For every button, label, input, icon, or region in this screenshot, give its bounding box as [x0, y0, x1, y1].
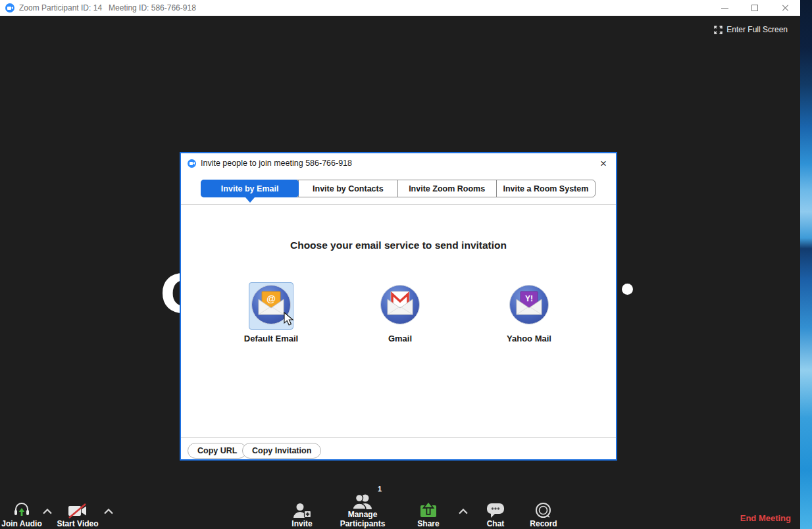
minimize-icon: [721, 8, 728, 9]
expand-icon: [714, 26, 723, 34]
enter-full-screen-button[interactable]: Enter Full Screen: [714, 25, 788, 34]
service-gmail[interactable]: Gmail: [361, 282, 440, 343]
end-meeting-button[interactable]: End Meeting: [740, 513, 791, 523]
manage-participants-button[interactable]: 1 Manage Participants: [325, 490, 400, 528]
service-label: Default Email: [232, 334, 311, 343]
tab-invite-by-contacts[interactable]: Invite by Contacts: [298, 180, 397, 197]
invite-tabbar: Invite by Email Invite by Contacts Invit…: [201, 180, 596, 197]
invite-dialog-title: Invite people to join meeting 586-766-91…: [201, 159, 352, 168]
join-audio-button[interactable]: Join Audio: [0, 499, 43, 528]
tab-invite-a-room-system[interactable]: Invite a Room System: [496, 180, 595, 197]
copy-invitation-button[interactable]: Copy Invitation: [242, 443, 321, 459]
meeting-stage: Enter Full Screen C Invite people to joi…: [0, 16, 800, 529]
service-default-email[interactable]: @ Default Email: [232, 282, 311, 343]
minimize-button[interactable]: [709, 0, 740, 16]
window-controls: [709, 0, 800, 16]
meeting-toolbar: Join Audio Start Video Invite: [0, 496, 800, 529]
white-dot: [622, 284, 633, 295]
manage-participants-label: Manage Participants: [325, 510, 400, 528]
chat-label: Chat: [478, 519, 513, 528]
invite-label: Invite: [283, 519, 321, 528]
share-label: Share: [413, 519, 444, 528]
tab-invite-by-email[interactable]: Invite by Email: [201, 180, 299, 197]
copy-url-button[interactable]: Copy URL: [188, 443, 247, 459]
svg-text:@: @: [266, 293, 276, 304]
gmail-icon: [380, 284, 420, 325]
invite-dialog-titlebar: Invite people to join meeting 586-766-91…: [181, 153, 616, 173]
record-label: Record: [524, 519, 563, 528]
invite-person-icon: [293, 503, 311, 519]
share-options-chevron[interactable]: [458, 505, 469, 517]
divider: [181, 437, 616, 438]
audio-options-chevron[interactable]: [42, 505, 53, 517]
window-titlebar: Zoom Participant ID: 14 Meeting ID: 586-…: [0, 0, 800, 16]
share-button[interactable]: Share: [413, 499, 444, 528]
start-video-button[interactable]: Start Video: [57, 499, 99, 528]
maximize-icon: [751, 5, 758, 11]
video-camera-off-icon: [68, 503, 88, 519]
close-icon: [781, 4, 789, 12]
start-video-label: Start Video: [57, 519, 99, 528]
chat-button[interactable]: Chat: [478, 499, 513, 528]
service-label: Gmail: [361, 334, 440, 343]
zoom-logo-icon: [188, 159, 196, 168]
record-icon: [535, 502, 552, 519]
tab-invite-zoom-rooms[interactable]: Invite Zoom Rooms: [397, 180, 496, 197]
email-service-heading: Choose your email service to send invita…: [181, 239, 616, 251]
participants-count-badge: 1: [378, 485, 382, 493]
mouse-cursor: [283, 312, 296, 326]
divider: [181, 204, 616, 205]
svg-text:Y!: Y!: [525, 294, 533, 303]
invite-button[interactable]: Invite: [283, 499, 321, 528]
dialog-close-button[interactable]: ×: [597, 158, 609, 169]
share-screen-icon: [419, 501, 438, 519]
zoom-logo-icon: [5, 3, 14, 13]
join-audio-label: Join Audio: [0, 519, 43, 528]
service-yahoo-mail[interactable]: Y! Yahoo Mail: [490, 282, 569, 343]
record-button[interactable]: Record: [524, 499, 563, 528]
enter-full-screen-label: Enter Full Screen: [726, 25, 788, 34]
chat-bubble-icon: [486, 503, 505, 519]
headphones-icon: [13, 501, 30, 519]
maximize-button[interactable]: [740, 0, 770, 16]
service-label: Yahoo Mail: [490, 334, 569, 343]
participants-icon: [352, 493, 373, 510]
invite-dialog: Invite people to join meeting 586-766-91…: [180, 152, 617, 461]
desktop-wallpaper-strip: [800, 0, 812, 529]
video-options-chevron[interactable]: [103, 505, 114, 517]
window-title: Zoom Participant ID: 14 Meeting ID: 586-…: [19, 3, 196, 13]
yahoo-mail-icon: Y!: [509, 284, 549, 325]
close-button[interactable]: [770, 0, 800, 16]
